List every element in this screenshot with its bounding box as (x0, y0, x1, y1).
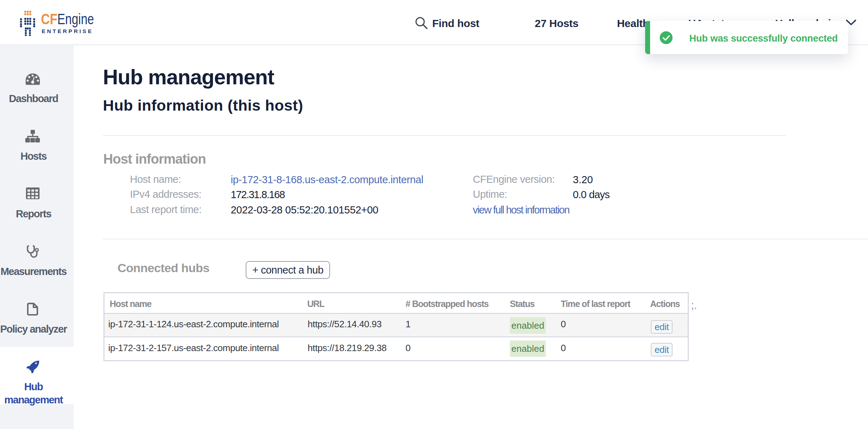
svg-text:ENTERPRISE: ENTERPRISE (42, 28, 91, 34)
svg-text:Engine: Engine (57, 10, 94, 27)
svg-text:CF: CF (41, 10, 57, 27)
